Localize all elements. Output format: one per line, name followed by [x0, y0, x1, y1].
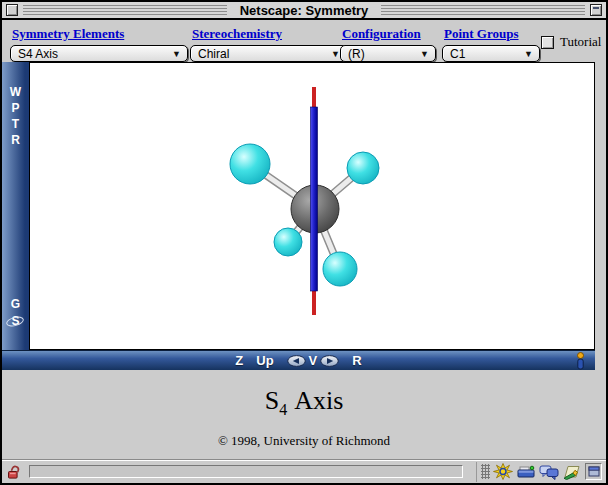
stereochemistry-group: Stereochemistry Chiral ▼: [190, 24, 347, 62]
symmetry-elements-value: S4 Axis: [18, 47, 58, 61]
component-bar: [476, 462, 582, 482]
point-groups-link[interactable]: Point Groups: [444, 26, 540, 42]
symmetry-elements-select[interactable]: S4 Axis ▼: [10, 45, 188, 62]
dropdown-arrow-icon: ▼: [420, 48, 429, 61]
status-message-field: [29, 465, 463, 478]
dropdown-arrow-icon: ▼: [172, 48, 181, 61]
sidebar-button-p[interactable]: P: [11, 100, 19, 116]
stereochemistry-value: Chiral: [198, 47, 229, 61]
navigator-icon[interactable]: [493, 463, 513, 480]
ligand-atom: [347, 152, 379, 184]
drag-handle-icon[interactable]: [481, 464, 490, 479]
caption-area: S4Axis © 1998, University of Richmond: [2, 370, 606, 449]
tutorial-option: Tutorial: [541, 34, 601, 50]
window-title: Netscape: Symmetry: [232, 3, 377, 18]
ligand-atom: [323, 252, 357, 286]
close-box-icon[interactable]: [6, 4, 18, 16]
security-lock-icon[interactable]: [6, 464, 23, 480]
configuration-select[interactable]: (R) ▼: [340, 45, 436, 62]
ligand-atom: [230, 144, 270, 184]
applet-toolbar: Z Up V R: [2, 350, 595, 370]
sidebar-button-g[interactable]: G: [11, 296, 20, 312]
restore-window-icon: [588, 466, 600, 477]
up-button[interactable]: Up: [256, 353, 273, 368]
browser-window: Netscape: Symmetry Symmetry Elements S4 …: [0, 0, 608, 485]
restore-window-button[interactable]: [585, 463, 602, 480]
dropdown-arrow-icon: ▼: [524, 48, 533, 61]
reset-button[interactable]: R: [352, 353, 361, 368]
point-groups-group: Point Groups C1 ▼: [442, 24, 540, 62]
element-subscript: 4: [279, 401, 287, 418]
s4-axis-rod: [311, 107, 318, 291]
element-symbol: S: [265, 386, 279, 415]
ligand-atom: [274, 228, 302, 256]
title-suffix: Axis: [294, 386, 343, 415]
titlebar-stripes: [381, 5, 585, 16]
view-button[interactable]: V: [309, 353, 318, 368]
configuration-link[interactable]: Configuration: [342, 26, 436, 42]
sidebar-button-s[interactable]: S: [11, 312, 19, 330]
status-bar: [2, 459, 606, 483]
configuration-value: (R): [348, 47, 365, 61]
configuration-group: Configuration (R) ▼: [340, 24, 436, 62]
point-groups-select[interactable]: C1 ▼: [442, 45, 540, 62]
tutorial-label: Tutorial: [560, 34, 601, 50]
stereochemistry-link[interactable]: Stereochemistry: [192, 26, 347, 42]
symmetry-elements-group: Symmetry Elements S4 Axis ▼: [10, 24, 188, 62]
sidebar-button-w[interactable]: W: [10, 84, 21, 100]
mailbox-icon[interactable]: [516, 464, 536, 480]
page-title: S4Axis: [2, 386, 606, 419]
sidebar-button-r[interactable]: R: [11, 132, 20, 148]
collapse-box-icon[interactable]: [590, 4, 602, 16]
rotate-left-button[interactable]: [287, 355, 306, 367]
title-bar[interactable]: Netscape: Symmetry: [2, 2, 606, 20]
symmetry-elements-link[interactable]: Symmetry Elements: [12, 26, 188, 42]
rotate-right-button[interactable]: [320, 355, 339, 367]
applet-sidebar: W P T R G S: [2, 62, 29, 350]
discussions-icon[interactable]: [539, 464, 559, 480]
molecule-canvas[interactable]: [29, 62, 595, 350]
sidebar-button-t[interactable]: T: [12, 116, 19, 132]
point-groups-value: C1: [450, 47, 465, 61]
titlebar-stripes: [23, 5, 227, 16]
molecule-svg[interactable]: [30, 63, 594, 349]
browser-content: Symmetry Elements S4 Axis ▼ Stereochemis…: [2, 20, 606, 459]
dropdown-arrow-icon: ▼: [331, 48, 340, 61]
zoom-button[interactable]: Z: [235, 353, 243, 368]
stereochemistry-select[interactable]: Chiral ▼: [190, 45, 347, 62]
composer-icon[interactable]: [562, 464, 582, 480]
copyright-text: © 1998, University of Richmond: [2, 433, 606, 449]
tutorial-checkbox[interactable]: [541, 36, 554, 49]
info-icon[interactable]: [575, 352, 586, 370]
